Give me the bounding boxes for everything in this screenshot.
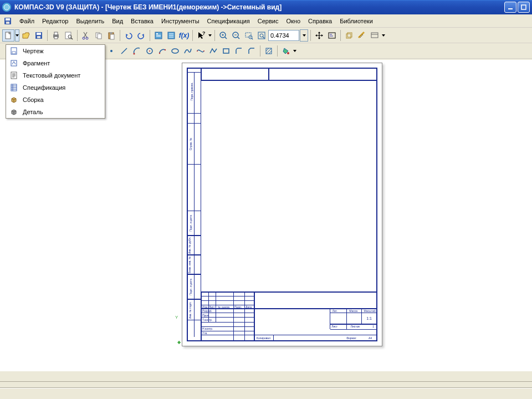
- bezier-tool[interactable]: [195, 45, 207, 57]
- zoom-in-button[interactable]: [217, 29, 229, 42]
- zoom-fit-button[interactable]: [255, 29, 268, 42]
- tb-tcontr: Т.контр.: [202, 318, 212, 321]
- drawing-sheet[interactable]: Перв. примен. Справ. № Подп. и дата Инв.…: [182, 63, 382, 346]
- menu-specification[interactable]: Спецификация: [203, 16, 254, 26]
- svg-point-61: [165, 49, 166, 50]
- sidecol-invdubl: Инв. № дубл.: [188, 237, 191, 254]
- menu-view[interactable]: Вид: [108, 16, 127, 26]
- svg-line-41: [252, 38, 253, 39]
- save-icon[interactable]: [2, 16, 13, 27]
- statusbar-upper: [0, 381, 532, 388]
- zoom-window-button[interactable]: [243, 29, 255, 42]
- frame-top-strip: [201, 68, 377, 81]
- circle-tool[interactable]: [144, 45, 156, 57]
- minimize-button[interactable]: [504, 2, 516, 13]
- zoom-extents-button[interactable]: [326, 29, 338, 42]
- svg-rect-71: [11, 48, 17, 54]
- svg-point-60: [159, 52, 160, 53]
- dd-fragment[interactable]: Фрагмент: [6, 57, 105, 69]
- svg-rect-19: [98, 34, 101, 39]
- fill-dropdown-arrow[interactable]: [293, 45, 297, 57]
- axis-y-marker: Y: [175, 315, 178, 320]
- menu-file[interactable]: Файл: [16, 16, 38, 26]
- part-icon: [9, 108, 18, 116]
- polyline-tool[interactable]: [207, 45, 219, 57]
- measure-button[interactable]: [356, 29, 368, 42]
- zoom-out-button[interactable]: [230, 29, 242, 42]
- views-dropdown-arrow[interactable]: [381, 29, 386, 42]
- svg-rect-8: [37, 33, 41, 35]
- svg-point-55: [110, 50, 112, 52]
- tb-prov: Пров.: [202, 314, 209, 317]
- svg-rect-45: [329, 33, 335, 38]
- new-button[interactable]: [2, 29, 14, 42]
- sidecol-podp: Подп. и дата: [189, 215, 192, 231]
- zoom-input[interactable]: 0.4734: [268, 30, 299, 41]
- menu-service[interactable]: Сервис: [254, 16, 283, 26]
- layers-button[interactable]: [343, 29, 355, 42]
- arc2-tool[interactable]: [156, 45, 168, 57]
- svg-line-44: [263, 37, 264, 38]
- menu-tools[interactable]: Инструменты: [157, 16, 203, 26]
- help-dropdown-arrow[interactable]: [208, 29, 212, 42]
- fill-tool[interactable]: [280, 45, 292, 57]
- redo-button[interactable]: [135, 29, 147, 42]
- print-preview-button[interactable]: [63, 29, 75, 42]
- side-column: Перв. примен. Справ. № Подп. и дата Инв.…: [187, 68, 201, 341]
- dd-part[interactable]: Деталь: [6, 106, 105, 118]
- views-button[interactable]: [369, 29, 381, 42]
- pan-button[interactable]: [313, 29, 325, 42]
- dd-assembly[interactable]: Сборка: [6, 94, 105, 106]
- svg-point-64: [203, 50, 204, 52]
- fx-button[interactable]: f(x): [178, 29, 190, 42]
- ellipse-tool[interactable]: [169, 45, 181, 57]
- dd-drawing-label: Чертеж: [23, 48, 44, 54]
- undo-button[interactable]: [122, 29, 135, 42]
- hatch-tool[interactable]: [263, 45, 275, 57]
- svg-text:?: ?: [202, 31, 206, 36]
- fillet-tool[interactable]: [233, 45, 245, 57]
- sidecol-podp2: Подп. и дата: [189, 279, 192, 295]
- tb-list2: Лист: [331, 325, 337, 328]
- chamfer-tool[interactable]: [245, 45, 258, 57]
- tb-doc: № докум.: [218, 305, 230, 309]
- assembly-icon: [9, 95, 18, 104]
- dd-specification[interactable]: Спецификация: [6, 81, 105, 94]
- menu-help[interactable]: Справка: [304, 16, 336, 26]
- print-button[interactable]: [50, 29, 62, 42]
- sidecol-sprav: Справ. №: [189, 138, 192, 151]
- tb-kopiroval: Копировал: [257, 336, 270, 340]
- arc-tool[interactable]: [131, 45, 143, 57]
- paste-button[interactable]: [105, 29, 117, 42]
- cut-button[interactable]: [80, 29, 92, 42]
- variables-button[interactable]: [165, 29, 177, 42]
- point-tool[interactable]: [105, 45, 117, 57]
- spline-tool[interactable]: [182, 45, 194, 57]
- svg-rect-5: [6, 22, 9, 24]
- open-button[interactable]: [20, 29, 32, 42]
- svg-rect-9: [37, 36, 40, 38]
- menu-select[interactable]: Выделить: [72, 16, 108, 26]
- save-button[interactable]: [33, 29, 45, 42]
- zoom-dropdown-arrow[interactable]: [300, 29, 308, 42]
- drawing-icon: [9, 47, 18, 55]
- menu-editor[interactable]: Редактор: [38, 16, 72, 26]
- help-cursor-button[interactable]: ?: [195, 29, 207, 42]
- svg-rect-2: [521, 5, 526, 9]
- copy-button[interactable]: [93, 29, 105, 42]
- svg-point-59: [149, 50, 150, 52]
- line-tool[interactable]: [118, 45, 130, 57]
- svg-line-15: [71, 38, 73, 39]
- new-dropdown-arrow[interactable]: [15, 29, 19, 42]
- dd-spec-label: Спецификация: [23, 84, 65, 91]
- rect-tool[interactable]: [220, 45, 232, 57]
- menu-insert[interactable]: Вставка: [127, 16, 157, 26]
- menu-window[interactable]: Окно: [282, 16, 304, 26]
- text-doc-icon: [9, 71, 18, 80]
- dd-text-document[interactable]: Текстовый документ: [6, 69, 105, 81]
- maximize-button[interactable]: [518, 2, 530, 13]
- tb-lit: Лит.: [332, 309, 337, 313]
- menu-libraries[interactable]: Библиотеки: [336, 16, 377, 26]
- dd-drawing[interactable]: Чертеж: [6, 45, 105, 57]
- properties-button[interactable]: [152, 29, 165, 42]
